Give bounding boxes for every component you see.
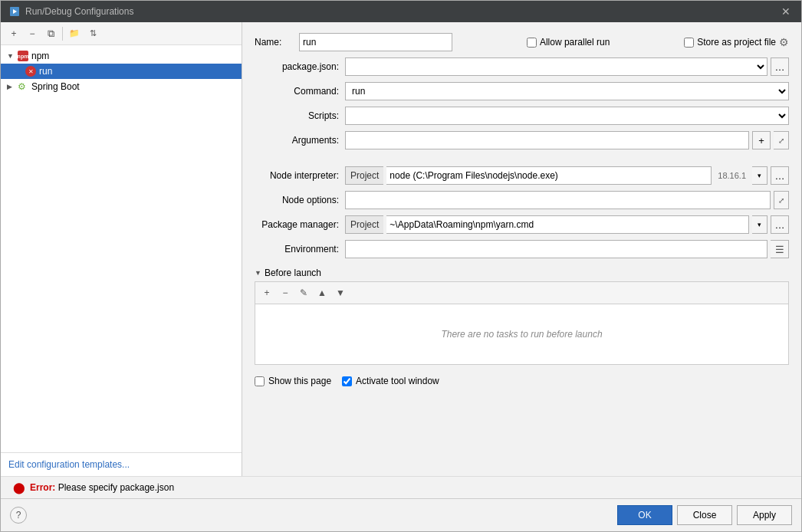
scripts-row: Scripts: xyxy=(255,107,789,125)
before-launch-move-down-button[interactable]: ▼ xyxy=(332,284,349,301)
show-this-page-checkbox[interactable] xyxy=(255,376,265,386)
divider-1 xyxy=(255,156,789,160)
before-launch-edit-button[interactable]: ✎ xyxy=(295,284,312,301)
sort-configs-button[interactable]: ⇅ xyxy=(84,25,101,42)
before-launch-move-up-button[interactable]: ▲ xyxy=(314,284,330,301)
tree-group-spring-boot: ▶ ⚙ Spring Boot xyxy=(1,79,242,94)
no-tasks-text: There are no tasks to run before launch xyxy=(441,329,602,340)
environment-edit-button[interactable]: ☰ xyxy=(771,240,789,258)
arguments-input[interactable] xyxy=(345,131,749,149)
package-manager-input-group: Project ▾ … xyxy=(345,215,789,234)
name-label: Name: xyxy=(255,37,293,48)
copy-config-button[interactable]: ⧉ xyxy=(42,25,59,42)
spring-icon: ⚙ xyxy=(18,81,28,92)
title-bar-left: Run/Debug Configurations xyxy=(8,5,133,18)
package-json-select-row: … xyxy=(345,57,789,76)
apply-button[interactable]: Apply xyxy=(737,505,792,525)
store-as-project-label[interactable]: Store as project file xyxy=(697,37,776,48)
node-options-expand-button[interactable]: ⤢ xyxy=(774,191,789,209)
interpreter-more-button[interactable]: … xyxy=(771,166,789,185)
run-item-label: run xyxy=(39,66,52,77)
interpreter-input[interactable] xyxy=(386,166,712,185)
scripts-select[interactable] xyxy=(345,107,789,125)
name-input[interactable] xyxy=(299,33,452,51)
environment-input-group: ☰ xyxy=(345,240,789,258)
tree-group-npm: ▼ npm npm ✕ run xyxy=(1,48,242,79)
node-options-row: Node options: ⤢ xyxy=(255,191,789,209)
package-manager-input[interactable] xyxy=(386,215,749,234)
main-panel: Name: Allow parallel run Store as projec… xyxy=(242,22,801,476)
store-as-project-checkbox[interactable] xyxy=(684,38,694,48)
title-bar: Run/Debug Configurations ✕ xyxy=(1,1,801,22)
package-manager-dropdown-arrow[interactable]: ▾ xyxy=(752,215,767,234)
checkboxes-row: Show this page Activate tool window xyxy=(255,371,789,386)
tree-group-npm-header[interactable]: ▼ npm npm xyxy=(1,48,242,64)
interpreter-dropdown-arrow[interactable]: ▾ xyxy=(752,166,767,185)
environment-row: Environment: ☰ xyxy=(255,240,789,258)
command-select[interactable]: run xyxy=(345,82,789,100)
close-dialog-button[interactable]: ✕ xyxy=(778,4,794,19)
activate-tool-window-checkbox[interactable] xyxy=(342,376,352,386)
settings-icon[interactable]: ⚙ xyxy=(779,36,789,48)
package-manager-more-button[interactable]: … xyxy=(771,215,789,234)
package-manager-row: Package manager: Project ▾ … xyxy=(255,215,789,234)
before-launch-label: Before launch xyxy=(265,268,321,278)
error-icon: ⬤ xyxy=(13,481,25,494)
dialog-icon xyxy=(8,5,21,18)
package-json-label: package.json: xyxy=(255,61,339,72)
before-launch-remove-button[interactable]: − xyxy=(277,284,294,301)
scripts-label: Scripts: xyxy=(255,110,339,121)
command-select-row: run xyxy=(345,82,789,100)
show-this-page-text: Show this page xyxy=(268,376,331,386)
show-this-page-label[interactable]: Show this page xyxy=(255,376,331,386)
spring-boot-group-label: Spring Boot xyxy=(31,81,80,92)
edit-templates-link[interactable]: Edit configuration templates... xyxy=(8,459,130,470)
interpreter-input-group: Project 18.16.1 ▾ … xyxy=(345,166,789,185)
command-row: Command: run xyxy=(255,82,789,100)
activate-tool-window-label[interactable]: Activate tool window xyxy=(342,376,439,386)
help-button[interactable]: ? xyxy=(10,507,27,524)
error-message: Please specify package.json xyxy=(58,482,174,493)
arguments-expand-button[interactable]: ⤢ xyxy=(774,131,789,149)
before-launch-collapse-arrow[interactable]: ▼ xyxy=(255,269,261,277)
dialog-content: + − ⧉ 📁 ⇅ xyxy=(1,22,801,476)
node-version-badge: 18.16.1 xyxy=(715,171,749,180)
npm-icon: npm xyxy=(18,51,28,61)
error-bar: ⬤ Error: Please specify package.json xyxy=(1,476,801,498)
before-launch-section: ▼ Before launch + − ✎ ▲ ▼ There are no t… xyxy=(255,268,789,365)
config-tree: ▼ npm npm ✕ run ▶ ⚙ Spring Boot xyxy=(1,45,242,452)
arguments-input-group: + ⤢ xyxy=(345,131,789,149)
spring-group-arrow: ▶ xyxy=(7,83,15,90)
close-button[interactable]: Close xyxy=(677,505,732,525)
package-json-select[interactable] xyxy=(345,57,767,76)
remove-config-button[interactable]: − xyxy=(24,25,41,42)
before-launch-area: There are no tasks to run before launch xyxy=(255,304,789,365)
package-manager-label: Package manager: xyxy=(255,219,339,230)
allow-parallel-checkbox[interactable] xyxy=(527,38,537,48)
tree-item-run[interactable]: ✕ run xyxy=(1,64,242,79)
add-config-button[interactable]: + xyxy=(5,25,22,42)
npm-group-arrow: ▼ xyxy=(7,52,15,60)
package-json-more-button[interactable]: … xyxy=(771,57,789,76)
interpreter-prefix: Project xyxy=(345,166,383,185)
node-options-input[interactable] xyxy=(345,191,771,209)
error-prefix: Error: xyxy=(30,482,55,493)
sidebar-toolbar: + − ⧉ 📁 ⇅ xyxy=(1,22,242,45)
tree-group-spring-boot-header[interactable]: ▶ ⚙ Spring Boot xyxy=(1,79,242,94)
move-to-folder-button[interactable]: 📁 xyxy=(66,25,83,42)
environment-input[interactable] xyxy=(345,240,767,258)
package-json-row: package.json: … xyxy=(255,57,789,76)
node-options-label: Node options: xyxy=(255,195,339,205)
before-launch-header: ▼ Before launch xyxy=(255,268,789,278)
sidebar-footer: Edit configuration templates... xyxy=(1,452,242,476)
name-row: Name: Allow parallel run Store as projec… xyxy=(255,33,789,51)
ok-button[interactable]: OK xyxy=(617,505,672,525)
before-launch-add-button[interactable]: + xyxy=(258,284,275,301)
sidebar: + − ⧉ 📁 ⇅ xyxy=(1,22,242,476)
error-text: Error: Please specify package.json xyxy=(30,482,174,493)
arguments-add-button[interactable]: + xyxy=(752,131,771,149)
allow-parallel-label[interactable]: Allow parallel run xyxy=(540,37,610,48)
node-interpreter-row: Node interpreter: Project 18.16.1 ▾ … xyxy=(255,166,789,185)
node-options-input-group: ⤢ xyxy=(345,191,789,209)
run-debug-dialog: Run/Debug Configurations ✕ + − ⧉ 📁 xyxy=(0,0,802,532)
